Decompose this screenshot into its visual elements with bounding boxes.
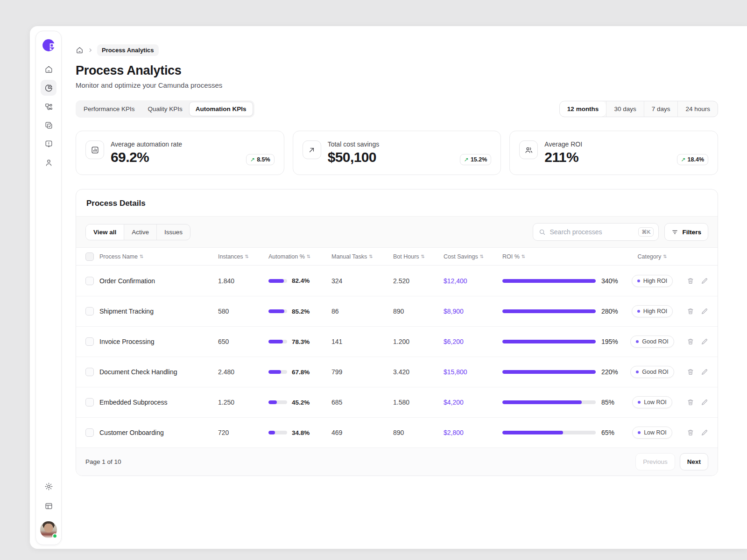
row-checkbox[interactable]: [85, 307, 94, 315]
row-actions: [682, 368, 708, 376]
kpi-delta-value: 15.2%: [471, 156, 487, 163]
roi-progress-bar: [502, 309, 596, 313]
category-badge: Good ROI: [630, 366, 674, 378]
manual-tasks-value: 799: [331, 368, 393, 376]
roi-percent: 65%: [601, 429, 614, 436]
settings-gear-icon[interactable]: [41, 478, 56, 494]
delete-icon[interactable]: [687, 368, 694, 376]
automation-cell: 34.8%: [268, 429, 331, 436]
row-checkbox[interactable]: [85, 428, 94, 437]
user-icon[interactable]: [41, 154, 56, 170]
table-header: Process Name⇅ Instances⇅ Automation %⇅ M…: [76, 248, 718, 266]
trend-up-icon: ↗: [681, 156, 686, 163]
breadcrumb-current[interactable]: Process Analytics: [97, 44, 159, 56]
row-checkbox[interactable]: [85, 398, 94, 406]
roi-cell: 65%: [502, 429, 623, 436]
select-all-checkbox[interactable]: [85, 252, 94, 261]
edit-icon[interactable]: [701, 338, 708, 345]
search-box[interactable]: ⌘K: [533, 223, 659, 241]
col-cost-savings[interactable]: Cost Savings⇅: [444, 253, 502, 260]
automation-progress-bar: [268, 431, 287, 434]
delete-icon[interactable]: [687, 308, 694, 315]
tab-active[interactable]: Active: [124, 224, 156, 240]
edit-icon[interactable]: [701, 308, 708, 315]
search-shortcut: ⌘K: [638, 227, 654, 237]
range-30-days[interactable]: 30 days: [606, 101, 643, 117]
filters-button[interactable]: Filters: [664, 223, 708, 241]
sort-icon: ⇅: [140, 254, 143, 259]
tab-performance-kpis[interactable]: Performance KPIs: [77, 102, 141, 116]
automation-progress-bar: [268, 279, 287, 283]
col-category[interactable]: Category⇅: [623, 253, 682, 260]
edit-icon[interactable]: [701, 429, 708, 436]
roi-cell: 220%: [502, 368, 623, 376]
row-checkbox[interactable]: [85, 277, 94, 285]
tab-automation-kpis[interactable]: Automation KPIs: [189, 102, 253, 116]
alert-message-icon[interactable]: [41, 136, 56, 152]
bot-hours-value: 2.520: [393, 277, 444, 285]
automation-percent: 78.3%: [292, 338, 310, 345]
col-process-name[interactable]: Process Name⇅: [99, 253, 218, 260]
delete-icon[interactable]: [687, 399, 694, 406]
category-dot-icon: [636, 371, 639, 373]
process-name: Embedded Subprocess: [99, 399, 218, 406]
kpi-delta-badge: ↗ 18.4%: [677, 154, 709, 165]
table-row: Shipment Tracking 580 85.2% 86 890 $8,90…: [76, 296, 718, 326]
manual-tasks-value: 469: [331, 429, 393, 436]
search-input[interactable]: [550, 228, 634, 236]
range-12-months[interactable]: 12 months: [560, 101, 606, 117]
category-label: Low ROI: [644, 429, 667, 436]
workflow-icon[interactable]: [41, 98, 56, 114]
table-row: Customer Onboarding 720 34.8% 469 890 $2…: [76, 417, 718, 448]
breadcrumb-home-icon[interactable]: [76, 46, 84, 54]
row-actions: [682, 308, 708, 315]
tasks-check-icon[interactable]: [41, 117, 56, 133]
range-24-hours[interactable]: 24 hours: [677, 101, 718, 117]
kpi-cards: Average automation rate 69.2% ↗ 8.5% Tot…: [76, 131, 718, 175]
next-button[interactable]: Next: [680, 453, 708, 470]
kpi-card-average-roi: Average ROI 211% ↗ 18.4%: [509, 131, 718, 175]
delete-icon[interactable]: [687, 338, 694, 345]
col-roi[interactable]: ROI %⇅: [502, 253, 623, 260]
row-checkbox[interactable]: [85, 337, 94, 346]
tab-view-all[interactable]: View all: [86, 224, 124, 240]
table-row: Order Confirmation 1.840 82.4% 324 2.520…: [76, 266, 718, 296]
previous-button[interactable]: Previous: [635, 453, 675, 470]
col-manual-tasks[interactable]: Manual Tasks⇅: [331, 253, 393, 260]
bot-hours-value: 3.420: [393, 368, 444, 376]
main-content: Process Analytics Process Analytics Moni…: [76, 26, 747, 476]
roi-percent: 280%: [601, 308, 618, 315]
roi-percent: 340%: [601, 277, 618, 285]
edit-icon[interactable]: [701, 368, 708, 376]
cost-savings-value: $15,800: [444, 368, 502, 376]
col-instances[interactable]: Instances⇅: [218, 253, 268, 260]
chevron-right-icon: [88, 48, 93, 53]
category-badge: High ROI: [632, 275, 673, 287]
table-toolbar: View all Active Issues ⌘K Filters: [76, 216, 718, 248]
edit-icon[interactable]: [701, 399, 708, 406]
delete-icon[interactable]: [687, 277, 694, 285]
home-icon[interactable]: [41, 61, 56, 77]
page-title: Process Analytics: [76, 63, 718, 78]
analytics-pie-icon[interactable]: [41, 80, 56, 96]
tab-quality-kpis[interactable]: Quality KPIs: [141, 102, 189, 116]
trend-up-icon: ↗: [250, 156, 255, 163]
manual-tasks-value: 324: [331, 277, 393, 285]
range-7-days[interactable]: 7 days: [644, 101, 678, 117]
manual-tasks-value: 141: [331, 338, 393, 345]
table-body: Order Confirmation 1.840 82.4% 324 2.520…: [76, 266, 718, 448]
col-automation[interactable]: Automation %⇅: [268, 253, 331, 260]
row-actions: [682, 338, 708, 345]
camunda-logo[interactable]: [41, 38, 56, 53]
layout-panel-icon[interactable]: [41, 498, 56, 514]
col-bot-hours[interactable]: Bot Hours⇅: [393, 253, 444, 260]
kpi-label: Total cost savings: [328, 140, 380, 148]
kpi-value: 211%: [544, 149, 582, 165]
kpi-tabs: Performance KPIs Quality KPIs Automation…: [76, 100, 254, 118]
delete-icon[interactable]: [687, 429, 694, 436]
edit-icon[interactable]: [701, 277, 708, 285]
row-checkbox[interactable]: [85, 368, 94, 376]
tab-issues[interactable]: Issues: [156, 224, 190, 240]
category-badge: Low ROI: [632, 396, 672, 408]
user-avatar[interactable]: [40, 521, 57, 538]
